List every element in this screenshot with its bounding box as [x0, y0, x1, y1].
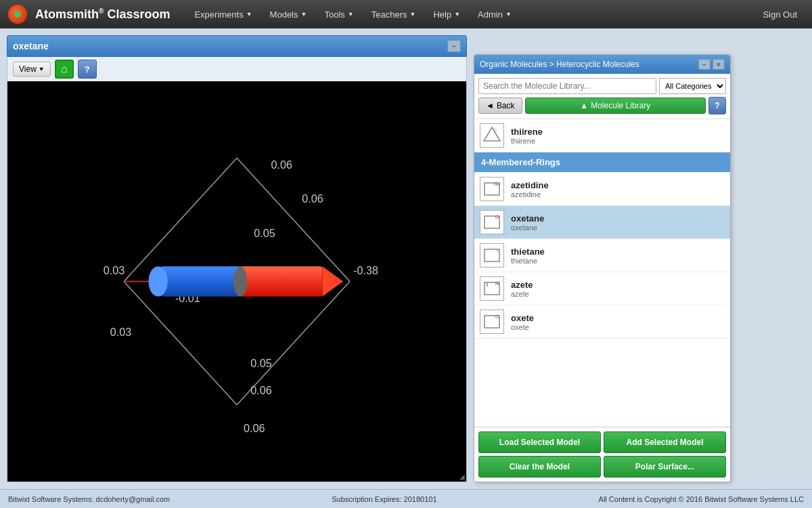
molecule-name-azete: azete [511, 280, 725, 290]
main-area: oxetane − View ▼ ⌂ ? [0, 28, 812, 489]
molecule-name-azetidine: azetidine [511, 180, 725, 190]
molecule-name-thietane: thietane [511, 247, 725, 257]
svg-point-17 [148, 266, 167, 297]
molecule-item-oxete[interactable]: O oxete oxete [474, 305, 730, 339]
library-title: Organic Molecules > Heterocyclic Molecul… [480, 60, 696, 69]
molecule-canvas: 0.06 0.06 0.05 0.03 -0.01 -0.38 0.03 0.0… [7, 81, 467, 482]
search-row: All Categories [474, 74, 730, 97]
footer-subscription: Subscription Expires: 20180101 [170, 495, 598, 503]
molecule-info-oxetane: oxetane oxetane [511, 213, 725, 232]
app-logo [8, 5, 27, 24]
library-minimize-button[interactable]: − [698, 59, 710, 70]
library-titlebar: Organic Molecules > Heterocyclic Molecul… [474, 55, 730, 74]
molecule-item-thietane[interactable]: S thietane thietane [474, 239, 730, 272]
molecule-icon-azetidine: NH [480, 177, 504, 201]
molecule-list: S thiirene thiirene 4-Membered-Rings NH [474, 119, 730, 427]
section-header-4membered: 4-Membered-Rings [474, 152, 730, 173]
svg-text:0.03: 0.03 [104, 264, 125, 276]
svg-text:0.05: 0.05 [254, 227, 275, 239]
molecule-item-azete[interactable]: N azete azete [474, 272, 730, 305]
footer-copyright: All Content is Copyright © 2016 Bitwixt … [599, 495, 804, 503]
canvas-resize-handle[interactable]: ◢ [459, 473, 465, 480]
svg-text:O: O [495, 215, 499, 219]
molecule-item-azetidine[interactable]: NH azetidine azetidine [474, 173, 730, 206]
home-button[interactable]: ⌂ [55, 60, 74, 79]
panel-title: oxetane [13, 41, 447, 51]
molecule-subname-oxete: oxete [511, 323, 725, 331]
molecule-info-azete: azete azete [511, 280, 725, 298]
svg-point-20 [233, 266, 247, 297]
top-navigation: Atomsmith® Classroom Experiments ▼ Model… [0, 0, 812, 28]
molecule-info-azetidine: azetidine azetidine [511, 180, 725, 198]
clear-model-button[interactable]: Clear the Model [478, 456, 601, 478]
molecule-info-thiirene: thiirene thiirene [511, 127, 725, 145]
molecule-icon-oxete: O [480, 310, 504, 334]
nav-teachers[interactable]: Teachers ▼ [365, 5, 423, 24]
molecule-subname-azetidine: azetidine [511, 190, 725, 198]
molecule-icon-azete: N [480, 276, 504, 301]
svg-text:0.06: 0.06 [302, 192, 323, 205]
svg-text:0.05: 0.05 [250, 357, 272, 369]
svg-text:0.06: 0.06 [250, 384, 272, 396]
action-buttons: Load Selected Model Add Selected Model C… [474, 427, 730, 482]
molecule-name-oxetane: oxetane [511, 213, 725, 224]
footer: Bitwixt Software Systems: dcdoherty@gmai… [0, 489, 812, 508]
left-panel: oxetane − View ▼ ⌂ ? [7, 35, 467, 482]
svg-rect-18 [240, 266, 322, 297]
molecule-item-oxetane[interactable]: O oxetane oxetane [474, 206, 730, 239]
logo-inner [14, 11, 21, 18]
action-row-2: Clear the Model Polar Surface... [478, 456, 726, 478]
category-select[interactable]: All Categories [659, 78, 726, 94]
svg-text:0.06: 0.06 [271, 158, 293, 171]
svg-text:S: S [495, 248, 499, 253]
molecule-name-oxete: oxete [511, 313, 725, 323]
svg-text:0.06: 0.06 [244, 422, 265, 434]
library-help-button[interactable]: ? [708, 97, 726, 114]
molecule-subname-thiirene: thiirene [511, 137, 725, 145]
back-button[interactable]: ◄ Back [478, 98, 522, 114]
panel-minimize-button[interactable]: − [447, 40, 461, 52]
molecule-icon-thietane: S [480, 243, 504, 268]
load-selected-model-button[interactable]: Load Selected Model [478, 431, 601, 453]
library-close-button[interactable]: × [713, 59, 725, 70]
svg-text:-0.38: -0.38 [353, 264, 378, 276]
app-title: Atomsmith® Classroom [35, 7, 170, 22]
svg-text:0.03: 0.03 [110, 326, 132, 338]
right-panel: Organic Molecules > Heterocyclic Molecul… [474, 54, 731, 482]
action-row-1: Load Selected Model Add Selected Model [478, 431, 726, 453]
nav-admin[interactable]: Admin ▼ [471, 5, 518, 24]
molecule-svg: 0.06 0.06 0.05 0.03 -0.01 -0.38 0.03 0.0… [7, 81, 466, 482]
nav-tools[interactable]: Tools ▼ [317, 5, 360, 24]
svg-text:S: S [494, 128, 497, 132]
nav-row: ◄ Back ▲ Molecule Library ? [474, 97, 730, 119]
molecule-icon-oxetane: O [480, 210, 504, 234]
polar-surface-button[interactable]: Polar Surface... [604, 456, 726, 478]
panel-titlebar: oxetane − [7, 35, 467, 57]
molecule-item-thiirene[interactable]: S thiirene thiirene [474, 119, 730, 152]
add-selected-model-button[interactable]: Add Selected Model [604, 431, 726, 453]
view-dropdown-arrow: ▼ [39, 66, 45, 72]
molecule-icon-thiirene: S [480, 123, 504, 148]
sign-out-button[interactable]: Sign Out [756, 5, 804, 24]
nav-experiments[interactable]: Experiments ▼ [187, 5, 258, 24]
svg-text:NH: NH [494, 182, 500, 186]
molecule-name-thiirene: thiirene [511, 127, 725, 137]
molecule-subname-oxetane: oxetane [511, 224, 725, 232]
molecule-subname-thietane: thietane [511, 257, 725, 265]
svg-text:O: O [495, 314, 499, 319]
svg-text:N: N [495, 281, 499, 286]
molecule-library-button[interactable]: ▲ Molecule Library [525, 98, 706, 114]
molecule-info-thietane: thietane thietane [511, 247, 725, 265]
molecule-info-oxete: oxete oxete [511, 313, 725, 331]
nav-help[interactable]: Help ▼ [426, 5, 467, 24]
toolbar-bar: View ▼ ⌂ ? [7, 57, 467, 81]
help-button[interactable]: ? [78, 60, 97, 79]
search-input[interactable] [478, 78, 656, 94]
view-dropdown-button[interactable]: View ▼ [13, 62, 51, 77]
molecule-subname-azete: azete [511, 290, 725, 298]
footer-contact: Bitwixt Software Systems: dcdoherty@gmai… [8, 495, 170, 503]
nav-models[interactable]: Models ▼ [263, 5, 314, 24]
svg-marker-21 [484, 127, 500, 141]
